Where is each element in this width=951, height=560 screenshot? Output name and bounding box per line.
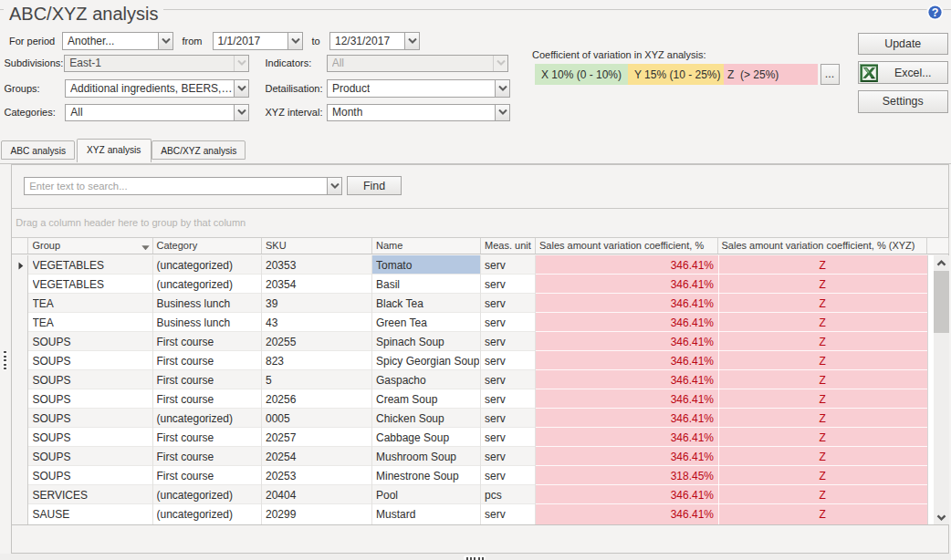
svg-text:?: ? <box>932 6 939 19</box>
